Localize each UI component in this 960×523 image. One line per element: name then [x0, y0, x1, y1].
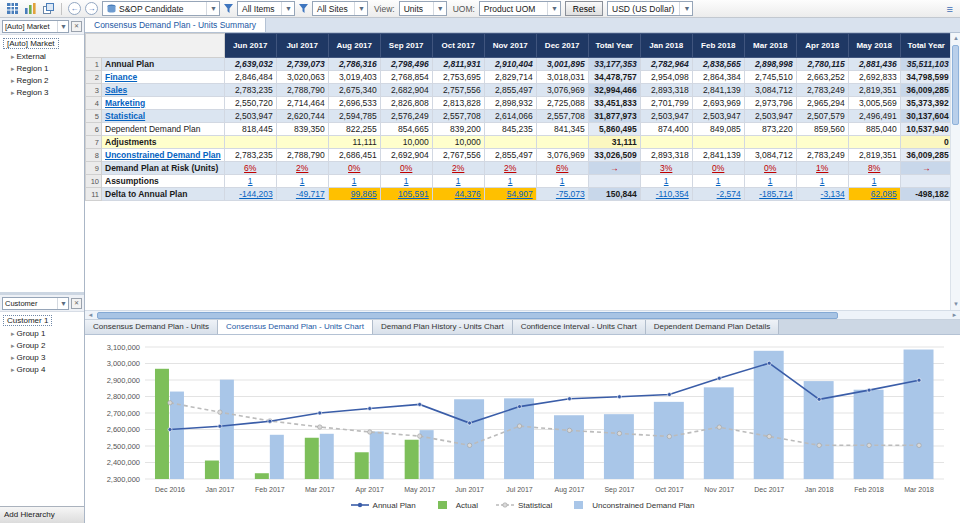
reset-button[interactable]: Reset	[565, 1, 603, 16]
expand-icon[interactable]: ▸	[11, 342, 15, 349]
expand-icon[interactable]: ▸	[11, 366, 15, 373]
expand-icon[interactable]: ▸	[11, 354, 15, 361]
row-label[interactable]: Finance	[102, 71, 225, 84]
grid-cell[interactable]: 6%	[224, 162, 276, 175]
tab-consensus-demand-plan-units-summary[interactable]: Consensus Demand Plan - Units Summary	[85, 18, 266, 32]
tab-confidence-interval-units-chart[interactable]: Confidence Interval - Units Chart	[513, 320, 646, 334]
grid-cell[interactable]: 1	[224, 175, 276, 188]
legend-item-unconstrained-demand-plan[interactable]: Unconstrained Demand Plan	[570, 501, 694, 510]
hamburger-menu-icon[interactable]: ≡	[947, 3, 955, 15]
legend-item-actual[interactable]: Actual	[434, 501, 478, 510]
tree-item-external[interactable]: ▸External	[1, 51, 83, 63]
view-dropdown[interactable]: Units ▼	[399, 1, 447, 16]
grid-cell[interactable]: 1	[536, 175, 588, 188]
customer-hierarchy-dropdown[interactable]: Customer ▼	[2, 297, 69, 310]
grid-cell[interactable]: 1	[484, 175, 536, 188]
grid-cell[interactable]: -49,717	[276, 188, 328, 201]
grid-cell[interactable]: 1	[640, 175, 692, 188]
grid-cell[interactable]: -185,714	[744, 188, 796, 201]
back-button[interactable]: ←	[68, 2, 81, 15]
forward-button[interactable]: →	[85, 2, 98, 15]
vertical-scrollbar[interactable]: ▲ ▼	[950, 33, 960, 310]
tab-consensus-demand-plan-units-chart[interactable]: Consensus Demand Plan - Units Chart	[218, 320, 373, 334]
currency-dropdown[interactable]: USD (US Dollar) ▼	[607, 1, 693, 16]
items-filter-dropdown[interactable]: All Items ▼	[237, 1, 295, 16]
grid-cell[interactable]: 8%	[848, 162, 900, 175]
tree-item-group-1[interactable]: ▸Group 1	[1, 328, 83, 340]
grid-cell[interactable]: -2,574	[692, 188, 744, 201]
tree-item-group-2[interactable]: ▸Group 2	[1, 340, 83, 352]
grid-cell[interactable]: -110,354	[640, 188, 692, 201]
grid-cell[interactable]: 1	[432, 175, 484, 188]
tree-root-customer[interactable]: Customer 1	[3, 315, 52, 326]
grid-cell[interactable]: 1	[796, 175, 848, 188]
grid-cell[interactable]: 44,376	[432, 188, 484, 201]
expand-icon[interactable]: ▸	[11, 77, 15, 84]
row-label[interactable]: Sales	[102, 84, 225, 97]
grid-cell[interactable]: 0%	[692, 162, 744, 175]
expand-icon[interactable]: ▸	[11, 89, 15, 96]
chart-tabstrip: Consensus Demand Plan - UnitsConsensus D…	[85, 320, 960, 335]
grid-cell[interactable]: 62,085	[848, 188, 900, 201]
tree-item-group-4[interactable]: ▸Group 4	[1, 364, 83, 376]
grid-cell[interactable]: -75,073	[536, 188, 588, 201]
table-row: 5Statistical2,503,9472,620,7442,594,7852…	[86, 110, 953, 123]
grid-cell[interactable]: 1	[744, 175, 796, 188]
grid-cell[interactable]: 0%	[328, 162, 380, 175]
row-label[interactable]: Marketing	[102, 97, 225, 110]
grid-cell[interactable]: 1%	[796, 162, 848, 175]
tab-demand-plan-history-units-chart[interactable]: Demand Plan History - Units Chart	[373, 320, 513, 334]
expand-icon[interactable]: ▸	[11, 330, 15, 337]
tree-item-region-3[interactable]: ▸Region 3	[1, 87, 83, 99]
sites-filter-dropdown[interactable]: All Sites ▼	[312, 1, 368, 16]
tab-dependent-demand-plan-details[interactable]: Dependent Demand Plan Details	[646, 320, 780, 334]
expand-icon[interactable]: ▸	[11, 53, 15, 60]
grid-cell[interactable]: 1	[380, 175, 432, 188]
add-hierarchy-button[interactable]: Add Hierarchy	[0, 506, 84, 523]
tree-item-region-1[interactable]: ▸Region 1	[1, 63, 83, 75]
grid-cell[interactable]: 1	[692, 175, 744, 188]
grid-cell[interactable]: 3%	[640, 162, 692, 175]
scroll-up-icon[interactable]: ▲	[951, 33, 960, 44]
scroll-right-icon[interactable]: ►	[949, 311, 960, 320]
horizontal-scrollbar[interactable]: ◄ ►	[85, 310, 960, 320]
grid-cell[interactable]: 99,865	[328, 188, 380, 201]
uom-dropdown[interactable]: Product UOM ▼	[479, 1, 561, 16]
row-label[interactable]: Unconstrained Demand Plan	[102, 149, 225, 162]
grid-cell[interactable]: 1	[848, 175, 900, 188]
grid-cell[interactable]: 2%	[432, 162, 484, 175]
grid-cell[interactable]: 0%	[380, 162, 432, 175]
horizontal-scroll-thumb[interactable]	[97, 312, 838, 319]
legend-item-annual-plan[interactable]: Annual Plan	[351, 501, 416, 510]
tree-item-region-2[interactable]: ▸Region 2	[1, 75, 83, 87]
tree-item-group-3[interactable]: ▸Group 3	[1, 352, 83, 364]
grid-cell[interactable]: 2%	[484, 162, 536, 175]
data-point-statistical	[867, 443, 871, 447]
grid-cell[interactable]: 2%	[276, 162, 328, 175]
scroll-down-icon[interactable]: ▼	[951, 299, 960, 310]
legend-item-statistical[interactable]: Statistical	[496, 501, 552, 510]
grid-cell[interactable]: 6%	[536, 162, 588, 175]
grid-cell[interactable]: 1	[328, 175, 380, 188]
scroll-left-icon[interactable]: ◄	[85, 311, 96, 320]
data-point-statistical	[767, 434, 771, 438]
grid-cell: 818,445	[224, 123, 276, 136]
expand-icon[interactable]: ▸	[11, 65, 15, 72]
tab-consensus-demand-plan-units[interactable]: Consensus Demand Plan - Units	[85, 320, 218, 334]
grid-cell[interactable]: -3,134	[796, 188, 848, 201]
grid-cell[interactable]: -144,203	[224, 188, 276, 201]
grid-cell[interactable]: 54,907	[484, 188, 536, 201]
close-icon[interactable]: ✕	[71, 21, 82, 32]
scenario-dropdown[interactable]: S&OP Candidate ▼	[102, 1, 220, 16]
grid-cell[interactable]: 1	[276, 175, 328, 188]
market-hierarchy-dropdown[interactable]: [Auto] Market ▼	[2, 20, 69, 33]
grid-cell[interactable]: 105,591	[380, 188, 432, 201]
app-chart-icon[interactable]	[23, 2, 37, 16]
app-grid-icon[interactable]	[5, 2, 19, 16]
tree-root-market[interactable]: [Auto] Market	[3, 38, 59, 49]
row-label[interactable]: Statistical	[102, 110, 225, 123]
close-icon[interactable]: ✕	[71, 298, 82, 309]
vertical-scroll-thumb[interactable]	[952, 45, 959, 125]
app-layers-icon[interactable]	[41, 2, 55, 16]
grid-cell[interactable]: 0%	[744, 162, 796, 175]
